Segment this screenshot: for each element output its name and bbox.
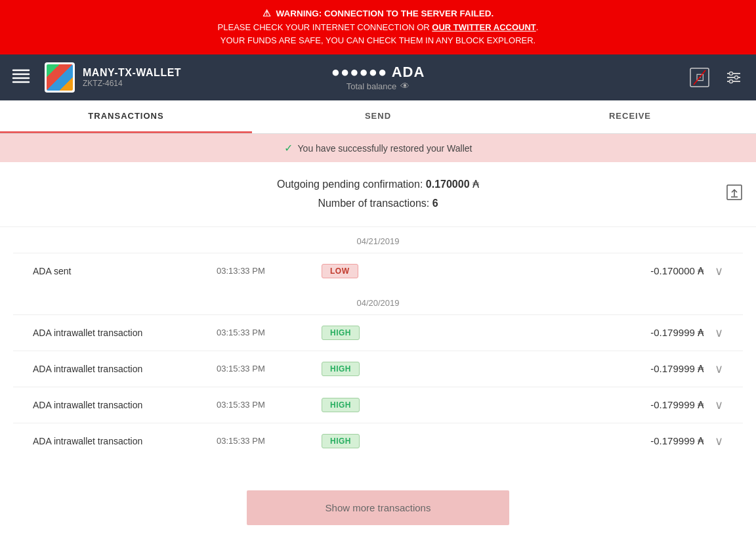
- tab-receive[interactable]: RECEIVE: [504, 100, 756, 133]
- tx-badge: HIGH: [322, 362, 400, 376]
- main-content: Outgoing pending confirmation: 0.170000 …: [0, 162, 756, 556]
- chevron-down-icon[interactable]: ∨: [715, 326, 723, 340]
- summary-tx-count: Number of transactions: 6: [26, 194, 730, 213]
- tx-title: ADA intrawallet transaction: [33, 400, 217, 410]
- table-row[interactable]: ADA intrawallet transaction 03:15:33 PM …: [13, 387, 743, 423]
- balance-amount: ●●●●●● ADA: [331, 64, 425, 81]
- tx-badge: HIGH: [322, 398, 400, 412]
- tx-amount: -0.170000 ₳: [650, 265, 704, 277]
- tx-time: 03:15:33 PM: [217, 328, 322, 337]
- wallet-info: MANY-TX-WALLET ZKTZ-4614: [83, 67, 181, 88]
- table-row[interactable]: ADA intrawallet transaction 03:15:33 PM …: [13, 351, 743, 387]
- header: MANY-TX-WALLET ZKTZ-4614 ●●●●●● ADA Tota…: [0, 54, 756, 100]
- menu-icon[interactable]: [10, 65, 32, 90]
- chevron-down-icon[interactable]: ∨: [715, 264, 723, 278]
- warning-line3: YOUR FUNDS ARE SAFE, YOU CAN CHECK THEM …: [13, 34, 743, 48]
- status-badge: HIGH: [322, 362, 360, 376]
- date-separator-2: 04/20/2019: [0, 289, 756, 314]
- svg-point-5: [730, 72, 733, 75]
- header-right: ⊡: [688, 66, 746, 89]
- balance-label: Total balance 👁: [331, 81, 425, 91]
- tx-amount: -0.179999 ₳: [650, 327, 704, 339]
- tx-time: 03:15:33 PM: [217, 400, 322, 410]
- nav-tabs: TRANSACTIONS SEND RECEIVE: [0, 100, 756, 134]
- checkmark-icon: ✓: [284, 142, 293, 154]
- tx-title: ADA intrawallet transaction: [33, 436, 217, 446]
- tx-title: ADA intrawallet transaction: [33, 328, 217, 338]
- status-badge: HIGH: [322, 398, 360, 412]
- wallet-avatar: [45, 62, 75, 93]
- success-banner: ✓ You have successfully restored your Wa…: [0, 134, 756, 162]
- wallet-settings-icon[interactable]: ⊡: [688, 66, 711, 89]
- tx-time: 03:13:33 PM: [217, 266, 322, 276]
- svg-point-6: [735, 76, 738, 79]
- table-row[interactable]: ADA intrawallet transaction 03:15:33 PM …: [13, 314, 743, 351]
- tx-time: 03:15:33 PM: [217, 436, 322, 446]
- table-row[interactable]: ADA sent 03:13:33 PM LOW -0.170000 ₳ ∨: [13, 253, 743, 289]
- tab-transactions[interactable]: TRANSACTIONS: [0, 100, 252, 133]
- eye-icon[interactable]: 👁: [400, 81, 410, 91]
- summary-pending: Outgoing pending confirmation: 0.170000 …: [26, 175, 730, 194]
- table-row[interactable]: ADA intrawallet transaction 03:15:33 PM …: [13, 423, 743, 459]
- status-badge: HIGH: [322, 434, 360, 448]
- tx-amount: -0.179999 ₳: [650, 399, 704, 411]
- tx-badge: HIGH: [322, 326, 400, 340]
- tx-badge: LOW: [322, 264, 400, 278]
- success-message: You have successfully restored your Wall…: [298, 143, 472, 154]
- tab-send[interactable]: SEND: [252, 100, 504, 133]
- export-button[interactable]: [726, 184, 743, 205]
- tx-amount: -0.179999 ₳: [650, 435, 704, 447]
- tx-title: ADA sent: [33, 266, 217, 276]
- tx-title: ADA intrawallet transaction: [33, 364, 217, 374]
- twitter-link[interactable]: OUR TWITTER ACCOUNT: [432, 22, 536, 32]
- header-left: MANY-TX-WALLET ZKTZ-4614: [10, 62, 181, 93]
- tx-amount: -0.179999 ₳: [650, 363, 704, 375]
- wallet-name: MANY-TX-WALLET: [83, 67, 181, 79]
- status-badge: HIGH: [322, 326, 360, 340]
- warning-icon: ⚠: [262, 9, 271, 18]
- svg-point-7: [730, 80, 733, 83]
- show-more-button[interactable]: Show more transactions: [247, 490, 509, 525]
- filter-icon[interactable]: [722, 66, 746, 89]
- chevron-down-icon[interactable]: ∨: [715, 434, 723, 448]
- summary-section: Outgoing pending confirmation: 0.170000 …: [0, 162, 756, 227]
- tx-badge: HIGH: [322, 434, 400, 448]
- warning-line2: PLEASE CHECK YOUR INTERNET CONNECTION OR…: [13, 21, 743, 35]
- date-separator-1: 04/21/2019: [0, 227, 756, 253]
- chevron-down-icon[interactable]: ∨: [715, 398, 723, 412]
- chevron-down-icon[interactable]: ∨: [715, 362, 723, 376]
- wallet-id: ZKTZ-4614: [83, 79, 181, 88]
- warning-title: ⚠ WARNING: CONNECTION TO THE SERVER FAIL…: [13, 7, 743, 21]
- status-badge: LOW: [322, 264, 358, 278]
- tx-time: 03:15:33 PM: [217, 364, 322, 374]
- transaction-group-1: ADA sent 03:13:33 PM LOW -0.170000 ₳ ∨: [13, 253, 743, 289]
- warning-banner: ⚠ WARNING: CONNECTION TO THE SERVER FAIL…: [0, 0, 756, 54]
- header-center: ●●●●●● ADA Total balance 👁: [331, 64, 425, 91]
- transaction-group-2: ADA intrawallet transaction 03:15:33 PM …: [13, 314, 743, 459]
